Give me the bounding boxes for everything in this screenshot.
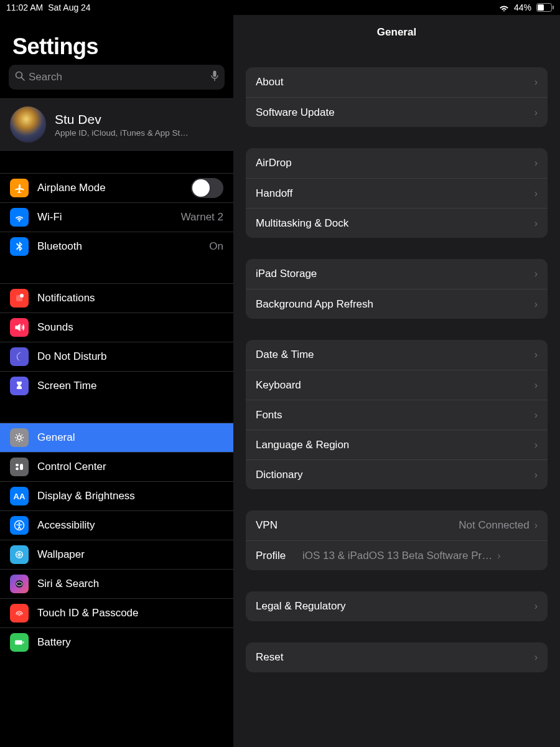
sidebar-item-label: Control Center (37, 461, 223, 473)
detail-row-fonts[interactable]: Fonts › (246, 400, 548, 430)
detail-row-software-update[interactable]: Software Update › (246, 97, 548, 127)
settings-sidebar: Settings Stu Dev Apple ID, iCloud, iTune… (0, 15, 233, 747)
detail-row-dictionary[interactable]: Dictionary › (246, 459, 548, 489)
detail-row-label: Keyboard (256, 379, 301, 392)
airplane-toggle[interactable] (191, 178, 223, 198)
sidebar-item-label: Notifications (37, 292, 223, 304)
svg-line-4 (22, 78, 25, 81)
detail-row-background-app-refresh[interactable]: Background App Refresh › (246, 289, 548, 319)
sidebar-item-label: Airplane Mode (37, 182, 182, 194)
control-center-icon (10, 458, 29, 476)
detail-row-about[interactable]: About › (246, 67, 548, 97)
detail-row-vpn[interactable]: VPN Not Connected › (246, 510, 548, 540)
detail-row-profile[interactable]: Profile iOS 13 & iPadOS 13 Beta Software… (246, 540, 548, 570)
svg-rect-1 (538, 4, 544, 11)
chevron-right-icon: › (534, 268, 538, 280)
sidebar-item-control-center[interactable]: Control Center (0, 452, 233, 481)
sidebar-item-label: Battery (37, 636, 223, 649)
detail-row-handoff[interactable]: Handoff › (246, 178, 548, 208)
display-icon: AA (10, 487, 29, 505)
chevron-right-icon: › (534, 107, 538, 118)
search-field[interactable] (9, 65, 225, 90)
sidebar-item-label: Bluetooth (37, 240, 200, 253)
sidebar-item-label: General (37, 431, 223, 444)
sidebar-item-siri-search[interactable]: Siri & Search (0, 569, 233, 598)
search-input[interactable] (29, 71, 207, 83)
sidebar-item-display-brightness[interactable]: AA Display & Brightness (0, 481, 233, 510)
svg-rect-10 (16, 464, 19, 466)
sidebar-item-airplane-mode[interactable]: Airplane Mode (0, 173, 233, 202)
sidebar-item-touchid-passcode[interactable]: Touch ID & Passcode (0, 598, 233, 627)
sidebar-item-do-not-disturb[interactable]: Do Not Disturb (0, 342, 233, 371)
chevron-right-icon: › (534, 77, 538, 88)
chevron-right-icon: › (534, 520, 538, 531)
svg-rect-2 (553, 6, 554, 9)
detail-row-multitasking-dock[interactable]: Multitasking & Dock › (246, 208, 548, 238)
svg-rect-11 (20, 464, 23, 470)
apple-id-card[interactable]: Stu Dev Apple ID, iCloud, iTunes & App S… (0, 98, 233, 151)
detail-row-language-region[interactable]: Language & Region › (246, 430, 548, 459)
sidebar-item-wallpaper[interactable]: Wallpaper (0, 540, 233, 569)
detail-pane: General About › Software Update › AirDro… (233, 15, 560, 747)
accessibility-icon (10, 516, 29, 535)
status-battery-pct: 44% (514, 2, 531, 12)
detail-row-label: Multitasking & Dock (256, 217, 348, 230)
sidebar-item-notifications[interactable]: Notifications (0, 283, 233, 312)
search-icon (15, 71, 25, 83)
detail-row-label: Handoff (256, 187, 292, 200)
sidebar-item-general[interactable]: General (0, 423, 233, 452)
status-date: Sat Aug 24 (48, 2, 91, 12)
svg-rect-22 (23, 642, 24, 644)
sidebar-item-label: Accessibility (37, 519, 223, 532)
chevron-right-icon: › (534, 157, 538, 169)
gear-icon (10, 428, 29, 447)
chevron-right-icon: › (534, 410, 538, 421)
svg-rect-5 (213, 71, 217, 77)
bluetooth-icon (10, 237, 29, 256)
detail-row-label: Profile (256, 550, 286, 562)
profile-name: Stu Dev (55, 112, 189, 127)
detail-row-date-time[interactable]: Date & Time › (246, 340, 548, 370)
battery-icon (10, 633, 29, 652)
detail-row-label: AirDrop (256, 157, 292, 169)
sidebar-item-accessibility[interactable]: Accessibility (0, 510, 233, 540)
airplane-icon (10, 179, 29, 197)
detail-row-label: VPN (256, 519, 278, 532)
chevron-right-icon: › (534, 439, 538, 451)
svg-point-8 (20, 294, 24, 298)
sidebar-item-battery[interactable]: Battery (0, 627, 233, 657)
avatar (10, 106, 46, 143)
sidebar-item-sounds[interactable]: Sounds (0, 312, 233, 342)
microphone-icon[interactable] (211, 70, 218, 84)
chevron-right-icon: › (497, 550, 500, 561)
hourglass-icon (10, 377, 29, 395)
chevron-right-icon: › (534, 188, 538, 199)
sidebar-item-wifi[interactable]: Wi-Fi Warnet 2 (0, 202, 233, 232)
detail-row-legal-regulatory[interactable]: Legal & Regulatory › (246, 591, 548, 621)
sidebar-item-label: Do Not Disturb (37, 350, 223, 363)
battery-icon (536, 3, 554, 12)
detail-row-keyboard[interactable]: Keyboard › (246, 370, 548, 400)
sounds-icon (10, 318, 29, 337)
sidebar-item-label: Wallpaper (37, 548, 223, 561)
page-title: Settings (12, 34, 221, 60)
sidebar-item-bluetooth[interactable]: Bluetooth On (0, 232, 233, 261)
detail-row-label: iPad Storage (256, 268, 317, 280)
detail-row-reset[interactable]: Reset › (246, 642, 548, 672)
chevron-right-icon: › (534, 349, 538, 360)
detail-row-airdrop[interactable]: AirDrop › (246, 148, 548, 178)
wifi-icon (10, 208, 29, 227)
bluetooth-value: On (209, 240, 223, 253)
status-bar: 11:02 AM Sat Aug 24 44% (0, 0, 560, 15)
sidebar-item-screen-time[interactable]: Screen Time (0, 371, 233, 400)
sidebar-item-label: Siri & Search (37, 578, 223, 590)
detail-row-label: Background App Refresh (256, 298, 373, 311)
notifications-icon (10, 289, 29, 308)
sidebar-item-label: Touch ID & Passcode (37, 607, 223, 619)
chevron-right-icon: › (534, 299, 538, 310)
svg-rect-21 (15, 641, 22, 645)
chevron-right-icon: › (534, 469, 538, 481)
chevron-right-icon: › (534, 218, 538, 229)
detail-row-ipad-storage[interactable]: iPad Storage › (246, 259, 548, 289)
profile-subtitle: Apple ID, iCloud, iTunes & App St… (55, 128, 189, 138)
